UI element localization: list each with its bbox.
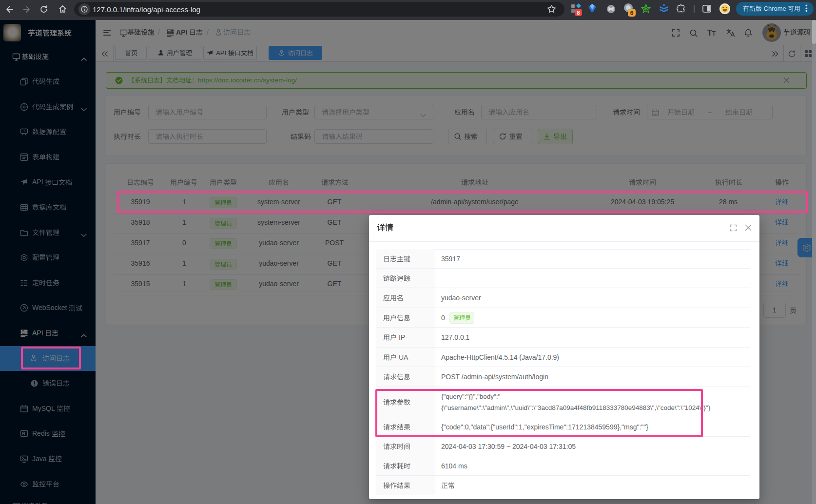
svg-text:6: 6 [630,10,634,17]
svg-text:8: 8 [577,10,580,16]
